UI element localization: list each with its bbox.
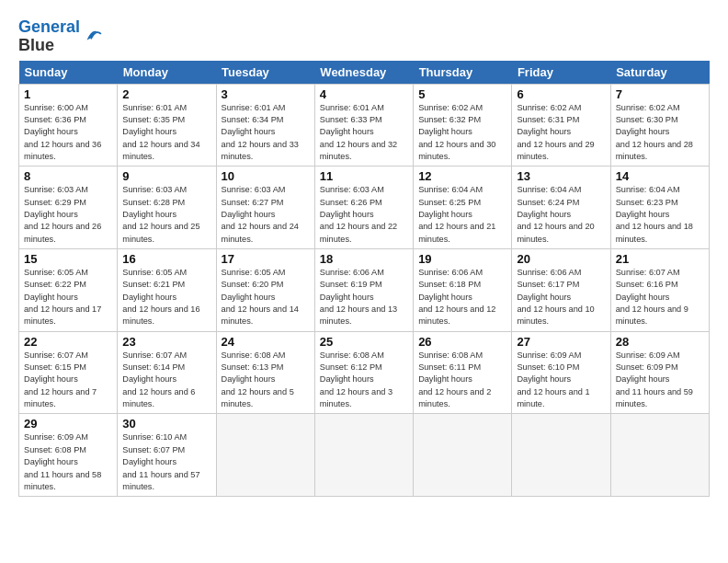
day-number: 15 [24, 252, 112, 266]
day-info: Sunrise: 6:01 AMSunset: 6:35 PMDaylight … [122, 102, 210, 164]
calendar-cell: 16Sunrise: 6:05 AMSunset: 6:21 PMDayligh… [118, 249, 216, 332]
day-number: 26 [418, 335, 506, 349]
day-number: 14 [616, 169, 704, 183]
day-info: Sunrise: 6:03 AMSunset: 6:27 PMDaylight … [222, 184, 310, 246]
calendar-cell: 14Sunrise: 6:04 AMSunset: 6:23 PMDayligh… [610, 167, 709, 249]
day-info: Sunrise: 6:00 AMSunset: 6:36 PMDaylight … [24, 102, 112, 164]
calendar-cell: 20Sunrise: 6:06 AMSunset: 6:17 PMDayligh… [512, 249, 610, 332]
weekday-header-tuesday: Tuesday [216, 61, 314, 85]
day-number: 7 [616, 87, 704, 101]
page-header: GeneralBlue [18, 15, 710, 55]
day-number: 8 [24, 169, 112, 183]
calendar-cell: 23Sunrise: 6:07 AMSunset: 6:14 PMDayligh… [118, 331, 216, 414]
day-number: 12 [418, 169, 506, 183]
calendar-week-4: 22Sunrise: 6:07 AMSunset: 6:15 PMDayligh… [19, 331, 710, 414]
calendar-cell [610, 414, 709, 497]
day-info: Sunrise: 6:02 AMSunset: 6:32 PMDaylight … [418, 102, 506, 164]
calendar-cell: 3Sunrise: 6:01 AMSunset: 6:34 PMDaylight… [216, 84, 314, 167]
day-info: Sunrise: 6:07 AMSunset: 6:15 PMDaylight … [24, 350, 112, 411]
day-info: Sunrise: 6:05 AMSunset: 6:22 PMDaylight … [24, 267, 112, 328]
calendar-cell: 1Sunrise: 6:00 AMSunset: 6:36 PMDaylight… [19, 84, 118, 167]
day-info: Sunrise: 6:07 AMSunset: 6:14 PMDaylight … [122, 350, 210, 411]
day-number: 17 [222, 252, 310, 266]
day-info: Sunrise: 6:01 AMSunset: 6:33 PMDaylight … [320, 102, 408, 164]
day-info: Sunrise: 6:08 AMSunset: 6:13 PMDaylight … [222, 350, 310, 411]
calendar-cell: 15Sunrise: 6:05 AMSunset: 6:22 PMDayligh… [19, 249, 118, 332]
day-number: 9 [122, 169, 210, 183]
calendar-cell: 11Sunrise: 6:03 AMSunset: 6:26 PMDayligh… [314, 167, 413, 249]
weekday-header-friday: Friday [512, 61, 610, 85]
calendar-cell [314, 414, 413, 497]
day-info: Sunrise: 6:04 AMSunset: 6:24 PMDaylight … [517, 184, 605, 246]
day-number: 25 [320, 335, 408, 349]
calendar-cell: 7Sunrise: 6:02 AMSunset: 6:30 PMDaylight… [610, 84, 709, 167]
day-number: 29 [24, 417, 112, 431]
calendar-cell [216, 414, 314, 497]
day-number: 3 [222, 87, 310, 101]
day-info: Sunrise: 6:06 AMSunset: 6:19 PMDaylight … [320, 267, 408, 328]
day-number: 11 [320, 169, 408, 183]
day-info: Sunrise: 6:03 AMSunset: 6:28 PMDaylight … [122, 184, 210, 246]
calendar-week-5: 29Sunrise: 6:09 AMSunset: 6:08 PMDayligh… [19, 414, 710, 497]
logo-text: GeneralBlue [18, 18, 80, 55]
day-number: 5 [418, 87, 506, 101]
day-number: 27 [517, 335, 605, 349]
day-info: Sunrise: 6:06 AMSunset: 6:17 PMDaylight … [517, 267, 605, 328]
calendar-cell: 21Sunrise: 6:07 AMSunset: 6:16 PMDayligh… [610, 249, 709, 332]
calendar-week-1: 1Sunrise: 6:00 AMSunset: 6:36 PMDaylight… [19, 84, 710, 167]
calendar-cell: 9Sunrise: 6:03 AMSunset: 6:28 PMDaylight… [118, 167, 216, 249]
day-info: Sunrise: 6:10 AMSunset: 6:07 PMDaylight … [122, 431, 210, 493]
calendar-cell: 17Sunrise: 6:05 AMSunset: 6:20 PMDayligh… [216, 249, 314, 332]
calendar-cell [414, 414, 512, 497]
calendar-cell: 10Sunrise: 6:03 AMSunset: 6:27 PMDayligh… [216, 167, 314, 249]
day-info: Sunrise: 6:09 AMSunset: 6:08 PMDaylight … [24, 431, 112, 493]
calendar-cell: 30Sunrise: 6:10 AMSunset: 6:07 PMDayligh… [118, 414, 216, 497]
logo-icon [82, 25, 102, 45]
calendar-cell: 5Sunrise: 6:02 AMSunset: 6:32 PMDaylight… [414, 84, 512, 167]
day-info: Sunrise: 6:08 AMSunset: 6:11 PMDaylight … [418, 350, 506, 411]
day-info: Sunrise: 6:04 AMSunset: 6:23 PMDaylight … [616, 184, 704, 246]
day-number: 20 [517, 252, 605, 266]
calendar-cell: 6Sunrise: 6:02 AMSunset: 6:31 PMDaylight… [512, 84, 610, 167]
day-number: 16 [122, 252, 210, 266]
day-number: 2 [122, 87, 210, 101]
weekday-header-saturday: Saturday [610, 61, 709, 85]
day-info: Sunrise: 6:08 AMSunset: 6:12 PMDaylight … [320, 350, 408, 411]
calendar-cell: 29Sunrise: 6:09 AMSunset: 6:08 PMDayligh… [19, 414, 118, 497]
day-info: Sunrise: 6:06 AMSunset: 6:18 PMDaylight … [418, 267, 506, 328]
calendar-cell [512, 414, 610, 497]
calendar-cell: 24Sunrise: 6:08 AMSunset: 6:13 PMDayligh… [216, 331, 314, 414]
day-number: 21 [616, 252, 704, 266]
weekday-header-thursday: Thursday [414, 61, 512, 85]
day-number: 4 [320, 87, 408, 101]
day-info: Sunrise: 6:05 AMSunset: 6:21 PMDaylight … [122, 267, 210, 328]
calendar-cell: 25Sunrise: 6:08 AMSunset: 6:12 PMDayligh… [314, 331, 413, 414]
calendar-cell: 8Sunrise: 6:03 AMSunset: 6:29 PMDaylight… [19, 167, 118, 249]
weekday-header-sunday: Sunday [19, 61, 118, 85]
weekday-header-wednesday: Wednesday [314, 61, 413, 85]
day-info: Sunrise: 6:02 AMSunset: 6:31 PMDaylight … [517, 102, 605, 164]
logo: GeneralBlue [18, 18, 102, 55]
day-info: Sunrise: 6:07 AMSunset: 6:16 PMDaylight … [616, 267, 704, 328]
calendar-cell: 12Sunrise: 6:04 AMSunset: 6:25 PMDayligh… [414, 167, 512, 249]
calendar-week-2: 8Sunrise: 6:03 AMSunset: 6:29 PMDaylight… [19, 167, 710, 249]
day-number: 10 [222, 169, 310, 183]
day-info: Sunrise: 6:09 AMSunset: 6:09 PMDaylight … [616, 350, 704, 411]
calendar-week-3: 15Sunrise: 6:05 AMSunset: 6:22 PMDayligh… [19, 249, 710, 332]
day-number: 1 [24, 87, 112, 101]
day-info: Sunrise: 6:01 AMSunset: 6:34 PMDaylight … [222, 102, 310, 164]
calendar-cell: 2Sunrise: 6:01 AMSunset: 6:35 PMDaylight… [118, 84, 216, 167]
calendar-cell: 18Sunrise: 6:06 AMSunset: 6:19 PMDayligh… [314, 249, 413, 332]
day-info: Sunrise: 6:03 AMSunset: 6:26 PMDaylight … [320, 184, 408, 246]
calendar-header-row: SundayMondayTuesdayWednesdayThursdayFrid… [19, 61, 710, 85]
day-number: 18 [320, 252, 408, 266]
calendar-table: SundayMondayTuesdayWednesdayThursdayFrid… [18, 61, 710, 498]
day-info: Sunrise: 6:04 AMSunset: 6:25 PMDaylight … [418, 184, 506, 246]
day-number: 24 [222, 335, 310, 349]
calendar-cell: 19Sunrise: 6:06 AMSunset: 6:18 PMDayligh… [414, 249, 512, 332]
calendar-cell: 4Sunrise: 6:01 AMSunset: 6:33 PMDaylight… [314, 84, 413, 167]
day-number: 6 [517, 87, 605, 101]
day-info: Sunrise: 6:05 AMSunset: 6:20 PMDaylight … [222, 267, 310, 328]
calendar-cell: 27Sunrise: 6:09 AMSunset: 6:10 PMDayligh… [512, 331, 610, 414]
calendar-cell: 13Sunrise: 6:04 AMSunset: 6:24 PMDayligh… [512, 167, 610, 249]
